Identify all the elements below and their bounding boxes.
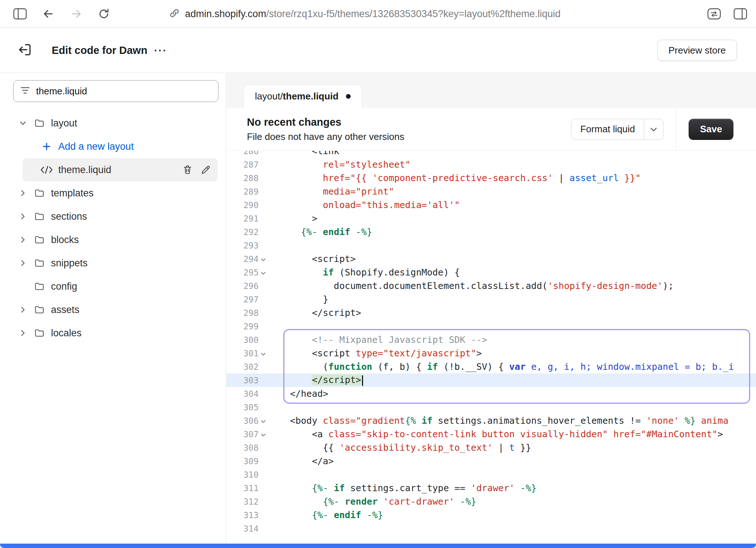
code-line[interactable]: 292 {%- endif -%} [227,225,756,239]
tree-item-label: snippets [51,258,88,269]
code-line[interactable]: 307 <a class="skip-to-content-link butto… [227,427,756,441]
fold-spacer [259,177,268,179]
code-text[interactable]: <!-- Mixpanel Javascript SDK --> [268,334,756,345]
code-line[interactable]: 289 media="print" [227,185,756,198]
line-number: 294 [227,254,259,264]
code-text[interactable]: href="{{ 'component-predictive-search.cs… [268,173,756,183]
code-line[interactable]: 288 href="{{ 'component-predictive-searc… [227,171,756,185]
code-line[interactable]: 310 [227,468,756,481]
code-text[interactable]: {%- endif -%} [268,227,756,237]
fold-chevron-icon[interactable] [259,349,268,357]
sidebar-item-templates[interactable]: templates [0,181,218,205]
fold-chevron-icon[interactable] [259,417,268,425]
sidebar-item-blocks[interactable]: blocks [0,228,218,251]
code-line[interactable]: 298 </script> [227,306,756,320]
code-line[interactable]: 300 <!-- Mixpanel Javascript SDK --> [227,333,756,347]
code-line[interactable]: 309 </a> [227,454,756,468]
code-line[interactable]: 294 <script> [227,252,756,266]
sidebar-item-assets[interactable]: assets [0,298,218,321]
window-sidebar-toggle-icon[interactable] [13,8,27,20]
format-liquid-button[interactable]: Format liquid [571,119,664,140]
sidebar-item-layout[interactable]: layout [0,111,218,135]
code-text[interactable]: <body class="gradient{% if settings.anim… [268,415,756,426]
preview-store-button[interactable]: Preview store [657,40,737,61]
sidebar-item-snippets[interactable]: snippets [0,251,218,275]
chevron-down-icon[interactable] [18,119,28,127]
code-line[interactable]: 304 </head> [227,387,756,400]
chevron-right-icon[interactable] [18,306,28,314]
chevron-right-icon[interactable] [18,212,28,220]
code-line[interactable]: 313 {%- endif -%} [227,508,756,522]
code-line[interactable]: 305 [227,400,756,414]
code-text[interactable]: </script> [268,375,756,386]
code-line[interactable]: 295 if (Shopify.designMode) { [227,266,756,279]
fold-chevron-icon[interactable] [259,269,268,277]
code-line[interactable]: 308 {{ 'accessibility.skip_to_text' | t … [227,441,756,454]
sidebar-item-theme-liquid[interactable]: theme.liquid [23,158,218,181]
code-text[interactable]: {%- render 'cart-drawer' -%} [268,496,756,507]
code-editor[interactable]: 286 <link287 rel="stylesheet"288 href="{… [227,151,756,544]
file-search-input[interactable] [35,85,212,97]
code-text[interactable]: media="print" [268,186,756,197]
code-line[interactable]: 301 <script type="text/javascript"> [227,347,756,360]
code-text[interactable]: </head> [268,388,756,399]
chevron-right-icon[interactable] [18,236,28,244]
right-sidebar-toggle-icon[interactable] [733,8,747,20]
reload-button[interactable] [98,8,110,20]
fold-spacer [259,380,268,381]
code-line[interactable]: 287 rel="stylesheet" [227,158,756,171]
code-line[interactable]: 303 </script> [227,373,756,387]
tab-layout-theme-liquid[interactable]: layout/theme.liquid [244,85,362,108]
code-line[interactable]: 312 {%- render 'cart-drawer' -%} [227,495,756,508]
code-line[interactable]: 297 } [227,293,756,306]
code-line[interactable]: 299 [227,320,756,333]
save-button[interactable]: Save [689,119,733,140]
code-line[interactable]: 306 <body class="gradient{% if settings.… [227,414,756,427]
code-line[interactable]: 290 onload="this.media='all'" [227,198,756,212]
file-search-box[interactable] [13,80,218,102]
code-text[interactable]: <a class="skip-to-content-link button vi… [268,429,756,439]
chevron-down-icon[interactable] [644,125,663,134]
forward-button[interactable] [71,8,82,20]
code-line[interactable]: 296 document.documentElement.classList.a… [227,279,756,293]
sidebar-item-sections[interactable]: sections [0,205,218,228]
sidebar-item-locales[interactable]: locales [0,321,218,345]
code-line[interactable]: 286 <link [227,151,756,158]
code-text[interactable]: document.documentElement.classList.add('… [268,281,756,291]
sidebar-item-config[interactable]: config [0,275,218,298]
code-text[interactable]: <script type="text/javascript"> [268,348,756,359]
fold-chevron-icon[interactable] [259,430,268,438]
code-text[interactable]: {%- endif -%} [268,510,756,520]
code-line[interactable]: 314 [227,522,756,535]
code-text[interactable]: </a> [268,456,756,466]
chevron-right-icon[interactable] [18,189,28,197]
exit-button[interactable] [17,42,33,59]
extensions-icon[interactable] [707,8,721,20]
tab-label: layout/theme.liquid [255,91,339,102]
code-line[interactable]: 293 [227,239,756,252]
edit-file-icon[interactable] [200,164,212,176]
sidebar-item-add-a-new-layout[interactable]: Add a new layout [23,135,218,158]
address-bar[interactable]: admin.shopify.com/store/rzq1xu-f5/themes… [169,0,560,28]
code-text[interactable]: {%- if settings.cart_type == 'drawer' -%… [268,483,756,493]
code-text[interactable]: (function (f, b) { if (!b.__SV) { var e,… [268,361,756,372]
code-text[interactable]: {{ 'accessibility.skip_to_text' | t }} [268,442,756,453]
back-button[interactable] [42,8,54,20]
overflow-menu-button[interactable]: ⋯ [151,43,169,57]
code-text[interactable]: if (Shopify.designMode) { [268,267,756,278]
code-text[interactable]: </script> [268,308,756,318]
fold-chevron-icon[interactable] [259,255,268,263]
code-text[interactable]: } [268,294,756,305]
code-text[interactable]: rel="stylesheet" [268,159,756,170]
code-line[interactable]: 311 {%- if settings.cart_type == 'drawer… [227,481,756,495]
chevron-right-icon[interactable] [18,329,28,337]
code-text[interactable]: > [268,213,756,224]
fold-spacer [259,366,268,368]
code-text[interactable]: <link [268,151,756,156]
chevron-right-icon[interactable] [18,259,28,267]
code-text[interactable]: <script> [268,254,756,264]
code-line[interactable]: 291 > [227,212,756,225]
code-line[interactable]: 302 (function (f, b) { if (!b.__SV) { va… [227,360,756,373]
code-text[interactable]: onload="this.media='all'" [268,200,756,210]
delete-file-icon[interactable] [181,164,194,176]
